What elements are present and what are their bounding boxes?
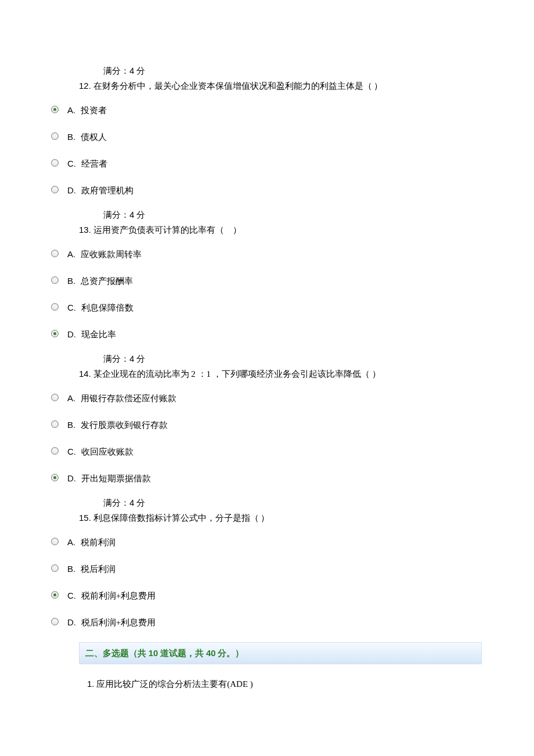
score-line: 满分：4 分 [52,208,482,222]
radio-button[interactable] [51,159,59,167]
question-15: 15. 利息保障倍数指标计算公式中，分子是指（ ） [52,511,482,525]
radio-button[interactable] [51,250,59,257]
score-line: 满分：4 分 [52,64,482,78]
option-label: C. [67,303,76,312]
option-content: 投资者 [78,106,107,115]
option-row[interactable]: A. 用银行存款偿还应付账款 [51,389,482,405]
radio-button[interactable] [51,538,59,545]
option-text: D. 现金比率 [67,325,116,341]
radio-button[interactable] [51,591,59,599]
radio-button[interactable] [51,618,59,625]
option-row[interactable]: B. 发行股票收到银行存款 [51,416,482,432]
question-number: 13. [79,225,91,235]
option-label: D. [67,617,76,627]
option-label: B. [67,420,75,430]
option-row[interactable]: D. 现金比率 [51,325,482,341]
radio-button[interactable] [51,132,59,140]
option-row[interactable]: B. 税后利润 [51,560,482,576]
option-text: D. 政府管理机构 [67,181,134,197]
option-row[interactable]: D. 开出短期票据借款 [51,469,482,485]
option-content: 债权人 [78,132,107,142]
radio-button[interactable] [51,276,59,284]
option-label: D. [67,329,76,339]
option-row[interactable]: C. 税前利润+利息费用 [51,586,482,603]
option-row[interactable]: A. 投资者 [51,101,482,117]
score-line: 满分：4 分 [52,496,482,510]
section-mid: 道试题，共 [158,649,206,658]
option-label: C. [67,447,76,456]
option-content: 税后利润 [78,564,116,574]
section-2-header: 二、多选题（共 10 道试题，共 40 分。） [79,642,482,664]
option-content: 政府管理机构 [79,186,134,195]
question-text: 利息保障倍数指标计算公式中，分子是指（ ） [91,513,270,523]
option-content: 利息保障倍数 [79,303,134,312]
radio-button[interactable] [51,447,59,455]
score-prefix: 满分： [103,498,129,507]
question-text: 在财务分析中，最关心企业资本保值增值状况和盈利能力的利益主体是（ ） [91,81,383,91]
option-text: A. 用银行存款偿还应付账款 [67,389,176,405]
option-label: A. [67,537,75,547]
option-text: B. 税后利润 [67,560,116,576]
option-text: B. 发行股票收到银行存款 [67,416,168,432]
option-label: A. [67,393,75,403]
question-text: 运用资产负债表可计算的比率有（ ） [91,225,241,235]
option-text: C. 税前利润+利息费用 [67,586,156,603]
question-13: 13. 运用资产负债表可计算的比率有（ ） [52,223,482,237]
option-label: A. [67,249,75,259]
score-suffix: 分 [134,498,145,507]
option-row[interactable]: C. 收回应收账款 [51,442,482,459]
question-text: 某企业现在的流动比率为 2 ：1 ，下列哪项经济业务会引起该比率降低（ ） [91,369,381,379]
option-row[interactable]: B. 债权人 [51,128,482,144]
option-row[interactable]: C. 利息保障倍数 [51,298,482,315]
score-suffix: 分 [134,354,145,363]
mc-q-text: 应用比较广泛的综合分析法主要有(ADE ) [95,679,253,689]
radio-button[interactable] [51,330,59,337]
radio-button[interactable] [51,564,59,572]
radio-button[interactable] [51,474,59,481]
option-content: 税前利润+利息费用 [79,591,156,600]
option-text: D. 税后利润+利息费用 [67,613,156,629]
question-14: 14. 某企业现在的流动比率为 2 ：1 ，下列哪项经济业务会引起该比率降低（ … [52,367,482,381]
option-label: D. [67,185,76,195]
score-suffix: 分 [134,66,145,75]
option-label: A. [67,105,75,115]
score-suffix: 分 [134,210,145,219]
radio-button[interactable] [51,420,59,428]
option-row[interactable]: C. 经营者 [51,154,482,171]
radio-button[interactable] [51,303,59,311]
option-row[interactable]: D. 政府管理机构 [51,181,482,197]
score-prefix: 满分： [103,66,129,75]
option-label: B. [67,276,75,286]
option-text: A. 投资者 [67,101,107,117]
option-text: A. 应收账款周转率 [67,245,142,261]
section-suffix: 分。） [216,649,244,658]
option-row[interactable]: D. 税后利润+利息费用 [51,613,482,629]
option-label: C. [67,159,76,168]
score-prefix: 满分： [103,210,129,219]
radio-button[interactable] [51,186,59,193]
question-number: 12. [79,81,91,91]
option-label: C. [67,591,76,600]
option-content: 现金比率 [79,330,116,339]
question-number: 14. [79,369,91,379]
radio-button[interactable] [51,106,59,113]
option-text: B. 总资产报酬率 [67,272,133,288]
option-content: 税前利润 [78,538,116,547]
mc-q-number: 1. [87,679,95,689]
option-content: 总资产报酬率 [78,276,133,286]
option-content: 经营者 [79,159,107,168]
section-count1: 10 [149,648,158,658]
section-count2: 40 [206,648,216,658]
radio-button[interactable] [51,394,59,401]
score-line: 满分：4 分 [52,352,482,366]
question-12: 12. 在财务分析中，最关心企业资本保值增值状况和盈利能力的利益主体是（ ） [52,79,482,93]
section-prefix: 二、多选题（共 [85,649,149,658]
option-content: 用银行存款偿还应付账款 [78,394,176,403]
option-text: D. 开出短期票据借款 [67,469,151,485]
option-row[interactable]: B. 总资产报酬率 [51,272,482,288]
option-row[interactable]: A. 税前利润 [51,533,482,549]
option-text: A. 税前利润 [67,533,116,549]
mc-question-1: 1. 应用比较广泛的综合分析法主要有(ADE ) [52,677,482,691]
option-row[interactable]: A. 应收账款周转率 [51,245,482,261]
option-content: 收回应收账款 [79,447,134,456]
